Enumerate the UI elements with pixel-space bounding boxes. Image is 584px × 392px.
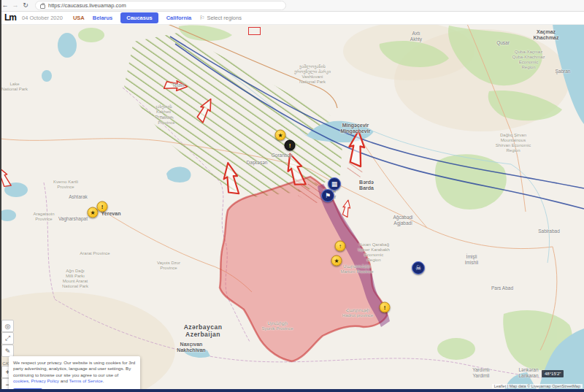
bottom-bar [0, 389, 584, 392]
photos-marker[interactable]: ▦ [328, 177, 341, 191]
liveuamap-logo[interactable]: Lm [4, 12, 16, 23]
cookie-text-part: . [103, 378, 104, 383]
window-edge [0, 0, 1, 392]
cookie-consent-box: We respect your privacy. Our website is … [9, 356, 140, 392]
locate-button[interactable]: ◎ [1, 320, 14, 332]
map-markers-layer: ★!★!↑★!▦⚑☠ [0, 0, 584, 392]
select-regions-button[interactable]: ⚐ Select regions [199, 15, 242, 21]
tab-usa[interactable]: USA [73, 15, 85, 21]
draw-icon: ✎ [5, 347, 11, 355]
lock-icon [40, 4, 45, 9]
skull-marker[interactable]: ☠ [412, 261, 425, 274]
back-button[interactable]: ← [0, 0, 10, 11]
liveuamap-navbar: Lm 04 October 2020 USA Belarus Caucasus … [0, 11, 584, 25]
cookies-link[interactable]: cookies [13, 378, 28, 383]
url-text: https://caucasus.liveuamap.com [48, 2, 126, 9]
flag-icon: ⚐ [199, 15, 204, 21]
tab-caucasus-active[interactable]: Caucasus [120, 12, 158, 23]
missile-marker[interactable]: ↑ [335, 241, 346, 252]
address-bar[interactable]: https://caucasus.liveuamap.com [35, 1, 286, 10]
select-regions-label: Select regions [207, 15, 242, 21]
terms-of-service-link[interactable]: Terms of Service [69, 378, 103, 383]
map-canvas[interactable]: MingәçevirMingachevirBәrdәBardaTәrtәrTer… [0, 0, 584, 392]
measure-button[interactable]: ⤢ [1, 332, 14, 345]
locate-icon: ◎ [5, 323, 11, 330]
browser-toolbar: ← → ↻ https://caucasus.liveuamap.com [0, 0, 584, 12]
draw-button[interactable]: ✎ [1, 345, 14, 357]
explosion-marker[interactable]: ★ [275, 130, 286, 141]
cookie-text-part: We respect your privacy. Our website is … [13, 360, 135, 377]
flag-marker[interactable]: ⚑ [321, 189, 334, 202]
cursor-coordinates: 48°15'2" [542, 370, 564, 377]
map-attribution: Leaflet | Map data © Liveuamap OpenStree… [492, 384, 583, 388]
refresh-button[interactable]: ↻ [20, 0, 31, 11]
cookie-text-part: and [59, 378, 69, 383]
tab-belarus[interactable]: Belarus [93, 15, 113, 21]
privacy-policy-link[interactable]: Privacy Policy [31, 378, 59, 383]
tab-california[interactable]: California [166, 15, 192, 21]
forward-button[interactable]: → [10, 0, 20, 11]
date-selector[interactable]: 04 October 2020 [22, 15, 63, 21]
explosion-marker[interactable]: ★ [331, 255, 342, 266]
cookie-text: We respect your privacy. Our website is … [13, 360, 136, 384]
alert-marker[interactable]: ! [97, 201, 108, 212]
browser-window: MingәçevirMingachevirBәrdәBardaTәrtәrTer… [0, 0, 584, 392]
alert-marker[interactable]: ! [380, 302, 391, 313]
measure-icon: ⤢ [5, 334, 10, 342]
alert-marker[interactable]: ! [285, 140, 296, 151]
